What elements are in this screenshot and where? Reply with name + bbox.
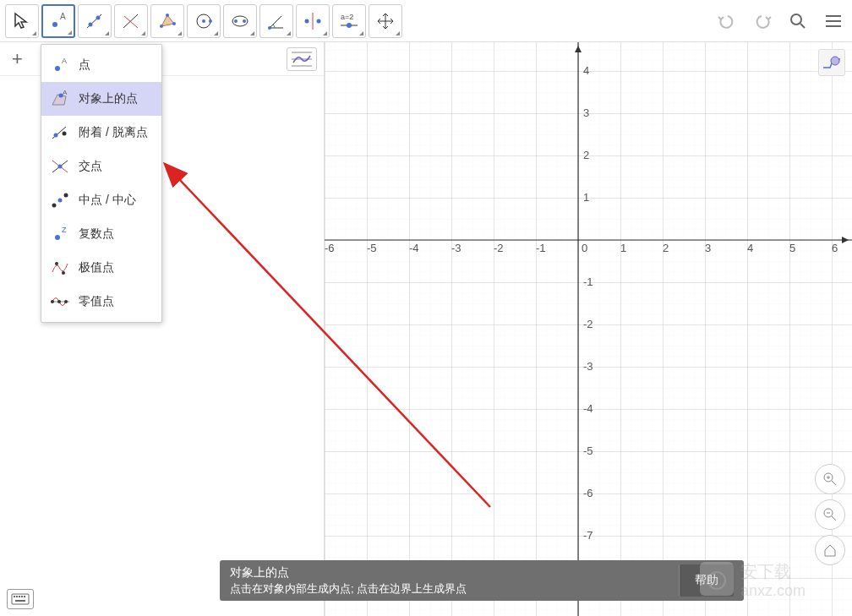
algebra-toggle[interactable] bbox=[287, 47, 317, 71]
x-tick: -2 bbox=[494, 242, 504, 254]
y-tick: -3 bbox=[583, 360, 593, 373]
x-tick: -6 bbox=[325, 242, 335, 254]
zoom-controls bbox=[815, 464, 845, 565]
slider-label: a=2 bbox=[341, 13, 353, 21]
y-tick: 2 bbox=[583, 149, 589, 161]
svg-point-14 bbox=[234, 19, 238, 23]
tool-angle[interactable] bbox=[259, 4, 293, 38]
tooltip-description: 点击在对象内部生成内点; 点击在边界上生成界点 bbox=[230, 581, 679, 597]
svg-point-11 bbox=[202, 19, 205, 23]
svg-text:A: A bbox=[60, 12, 66, 21]
dropdown-item-intersect[interactable]: 交点 bbox=[41, 150, 161, 183]
svg-line-40 bbox=[832, 516, 836, 521]
x-tick: 5 bbox=[789, 242, 795, 254]
dropdown-label: 零值点 bbox=[79, 294, 114, 309]
right-tools bbox=[713, 8, 847, 35]
svg-rect-71 bbox=[15, 600, 25, 602]
main-toolbar: A a=2 bbox=[0, 0, 852, 42]
point-on-object-icon: A bbox=[50, 89, 70, 109]
dropdown-item-extremum[interactable]: 极值点 bbox=[41, 251, 161, 285]
svg-point-0 bbox=[52, 22, 57, 27]
svg-point-9 bbox=[172, 22, 176, 25]
dropdown-item-midpoint[interactable]: 中点 / 中心 bbox=[41, 183, 161, 217]
x-tick: -5 bbox=[367, 242, 377, 254]
y-tick: 4 bbox=[583, 64, 589, 77]
add-button[interactable]: + bbox=[7, 48, 28, 70]
search-button[interactable] bbox=[784, 8, 811, 35]
svg-rect-66 bbox=[14, 596, 15, 597]
svg-text:Z: Z bbox=[62, 226, 67, 234]
tooltip-text: 对象上的点 点击在对象内部生成内点; 点击在边界上生成界点 bbox=[230, 564, 679, 597]
dropdown-item-point[interactable]: A 点 bbox=[41, 48, 161, 82]
dropdown-label: 极值点 bbox=[79, 260, 114, 275]
tool-move-view[interactable] bbox=[369, 4, 402, 38]
x-tick: -4 bbox=[409, 242, 419, 254]
x-tick: -1 bbox=[536, 242, 546, 254]
y-tick: -1 bbox=[583, 275, 593, 288]
svg-point-16 bbox=[268, 26, 271, 30]
tool-ellipse[interactable] bbox=[223, 4, 257, 38]
dropdown-item-roots[interactable]: 零值点 bbox=[41, 285, 161, 319]
svg-rect-68 bbox=[19, 596, 20, 597]
dropdown-item-complex[interactable]: Z 复数点 bbox=[41, 217, 161, 251]
y-tick: 3 bbox=[583, 106, 589, 119]
redo-button[interactable] bbox=[749, 8, 776, 35]
tooltip-title: 对象上的点 bbox=[230, 564, 679, 581]
svg-point-34 bbox=[831, 57, 839, 65]
svg-rect-67 bbox=[16, 596, 18, 597]
svg-point-54 bbox=[58, 199, 63, 203]
svg-point-8 bbox=[166, 14, 169, 17]
svg-point-3 bbox=[89, 22, 93, 26]
tool-slider[interactable]: a=2 bbox=[332, 4, 366, 38]
keyboard-button[interactable] bbox=[7, 589, 34, 609]
watermark-text-en: anxz.com bbox=[740, 582, 806, 599]
svg-point-19 bbox=[317, 19, 321, 23]
tool-point[interactable]: A bbox=[41, 4, 75, 38]
x-tick: -3 bbox=[451, 242, 462, 254]
tool-move[interactable] bbox=[5, 4, 39, 38]
attach-detach-icon bbox=[50, 123, 70, 143]
point-tool-dropdown: A 点 A 对象上的点 附着 / 脱离点 交点 中点 / 中心 Z 复数点 极值… bbox=[41, 44, 162, 323]
tool-perpendicular[interactable] bbox=[114, 4, 148, 38]
dropdown-label: 交点 bbox=[79, 159, 102, 174]
menu-button[interactable] bbox=[820, 8, 847, 35]
midpoint-icon bbox=[50, 190, 70, 210]
svg-rect-72 bbox=[700, 562, 734, 596]
y-tick: -6 bbox=[583, 487, 593, 499]
tool-group: A a=2 bbox=[5, 4, 402, 38]
svg-line-36 bbox=[832, 481, 836, 485]
x-tick: 0 bbox=[582, 242, 587, 254]
y-tick: -5 bbox=[583, 444, 593, 457]
x-tick: 3 bbox=[705, 242, 711, 254]
svg-rect-69 bbox=[21, 596, 23, 597]
dropdown-item-attach-detach[interactable]: 附着 / 脱离点 bbox=[41, 116, 161, 150]
dropdown-label: 点 bbox=[79, 57, 90, 73]
svg-point-51 bbox=[58, 165, 63, 169]
svg-point-12 bbox=[209, 19, 212, 23]
svg-point-15 bbox=[243, 19, 246, 23]
svg-rect-70 bbox=[24, 596, 25, 597]
y-tick: -2 bbox=[583, 318, 593, 330]
dropdown-label: 附着 / 脱离点 bbox=[79, 125, 148, 140]
x-tick: 6 bbox=[832, 242, 838, 254]
svg-line-23 bbox=[800, 24, 805, 28]
svg-point-60 bbox=[51, 300, 54, 303]
graphics-view[interactable]: -6 -5 -4 -3 -2 -1 0 1 2 3 4 5 6 1 2 3 4 … bbox=[325, 42, 852, 616]
x-tick: 1 bbox=[620, 242, 626, 254]
point-icon: A bbox=[50, 55, 70, 75]
tool-polygon[interactable] bbox=[150, 4, 184, 38]
svg-text:A: A bbox=[62, 57, 67, 65]
zoom-out-button[interactable] bbox=[815, 499, 845, 530]
tool-circle[interactable] bbox=[187, 4, 221, 38]
tool-line[interactable] bbox=[78, 4, 112, 38]
tool-reflect[interactable] bbox=[296, 4, 330, 38]
dropdown-label: 复数点 bbox=[79, 226, 114, 242]
svg-point-52 bbox=[52, 204, 57, 208]
graphics-settings-button[interactable] bbox=[818, 49, 845, 76]
svg-point-61 bbox=[57, 300, 61, 303]
svg-point-62 bbox=[64, 300, 68, 303]
dropdown-item-point-on-object[interactable]: A 对象上的点 bbox=[41, 82, 161, 116]
zoom-in-button[interactable] bbox=[815, 464, 845, 494]
complex-icon: Z bbox=[50, 224, 70, 244]
undo-button[interactable] bbox=[713, 8, 740, 35]
